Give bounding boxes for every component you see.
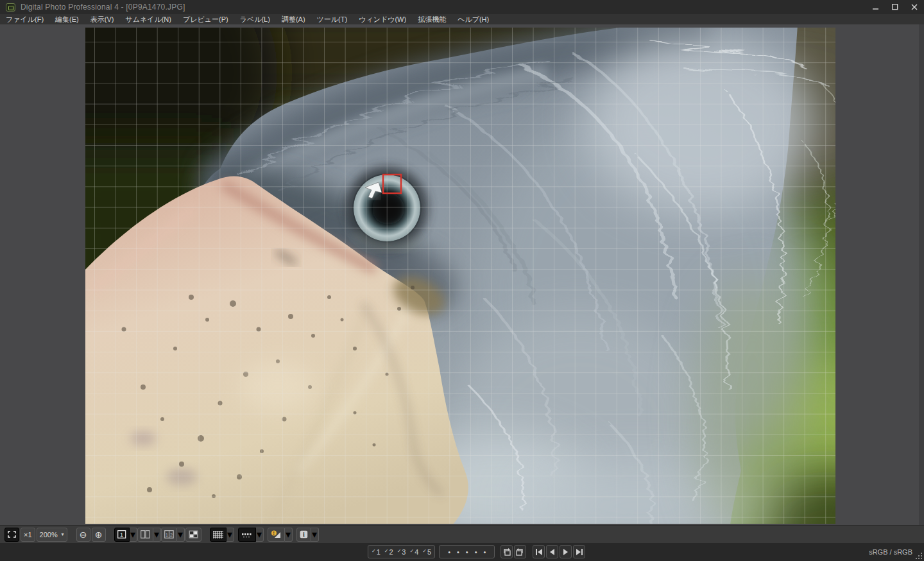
info-icon: i [300,530,308,539]
preview-image[interactable] [85,28,835,524]
svg-text:1: 1 [166,533,168,537]
compare-view-icon [141,530,150,539]
svg-text:i: i [303,531,305,538]
single-view-button[interactable]: 1 [114,528,130,542]
highlight-warning-dropdown[interactable]: ▾ [285,528,293,542]
zoom-in-icon: ⊕ [95,530,103,539]
single-view-dropdown[interactable]: ▾ [130,528,137,542]
menu-view[interactable]: 表示(V) [85,14,120,24]
menu-edit[interactable]: 編集(E) [49,14,85,24]
next-icon [563,549,569,555]
af-points-dropdown[interactable]: ▾ [256,528,264,542]
resize-grip[interactable] [915,552,923,560]
rating-4-button[interactable]: ✓4 [407,548,420,556]
menu-preview[interactable]: プレビュー(P) [177,14,234,24]
rating-dot: • [445,548,454,556]
svg-text:1: 1 [120,531,123,538]
grid-dropdown[interactable]: ▾ [227,528,234,542]
multi-layout-icon [189,530,198,539]
rating-dot: • [454,548,463,556]
rating-buttons: ✓1 ✓2 ✓3 ✓4 ✓5 [368,545,435,558]
menu-adjust[interactable]: 調整(A) [276,14,311,24]
zoom-in-button[interactable]: ⊕ [92,528,106,542]
rotate-right-button[interactable] [514,545,526,558]
last-icon [576,549,583,555]
next-image-button[interactable] [560,545,572,558]
info-button[interactable]: i [296,528,311,542]
grid-icon [213,531,223,539]
zoom-out-button[interactable]: ⊖ [76,528,90,542]
zoom-level-value: 200% [40,531,58,539]
grid-toggle-button[interactable] [210,528,227,542]
minimize-button[interactable] [866,0,886,14]
first-icon [535,549,543,555]
title-bar: Digital Photo Professional 4 - [0P9A1470… [0,0,924,14]
highlight-warning-button[interactable]: ! [268,528,285,542]
svg-text:2: 2 [170,533,173,537]
vertical-scrollbar[interactable] [919,24,924,525]
rating-5-button[interactable]: ✓5 [420,548,433,556]
rating-dot: • [472,548,481,556]
previous-image-button[interactable] [546,545,558,558]
split-view-dropdown[interactable]: ▾ [177,528,185,542]
compare-view-dropdown[interactable]: ▾ [153,528,161,542]
rating-1-button[interactable]: ✓1 [370,548,382,556]
rating-3-button[interactable]: ✓3 [395,548,408,556]
actual-size-button[interactable]: ×1 [21,528,35,542]
menu-thumbnail[interactable]: サムネイル(N) [119,14,177,24]
app-icon [6,3,15,12]
close-button[interactable] [905,0,924,14]
af-points-icon [241,531,253,539]
grid-overlay [85,28,835,524]
fit-to-window-button[interactable] [4,528,19,542]
split-view-button[interactable]: 1 2 [161,528,177,542]
rating-dot: • [481,548,490,556]
status-bar: ✓1 ✓2 ✓3 ✓4 ✓5 • • • • • [0,543,924,561]
window-controls [866,0,924,14]
rating-dot: • [463,548,472,556]
fit-to-window-icon [8,531,16,538]
info-dropdown[interactable]: ▾ [311,528,319,542]
menu-window[interactable]: ウィンドウ(W) [353,14,412,24]
highlight-warning-icon: ! [271,530,282,539]
first-image-button[interactable] [533,545,545,558]
last-image-button[interactable] [573,545,585,558]
maximize-button[interactable] [886,0,905,14]
menu-help[interactable]: ヘルプ(H) [452,14,495,24]
rotate-right-icon [516,548,524,556]
svg-text:!: ! [273,531,274,535]
rotate-left-button[interactable] [501,545,513,558]
menu-bar: ファイル(F) 編集(E) 表示(V) サムネイル(N) プレビュー(P) ラベ… [0,14,924,24]
chevron-down-icon: ▾ [62,531,64,537]
zoom-level-select[interactable]: 200% ▾ [37,528,67,542]
menu-tools[interactable]: ツール(T) [311,14,354,24]
preview-toolbar: ×1 200% ▾ ⊖ ⊕ 1 [0,525,924,543]
color-space-label: sRGB / sRGB [869,543,912,561]
split-view-icon: 1 2 [164,530,174,539]
preview-canvas [0,24,924,525]
compare-view-button[interactable] [137,528,153,542]
multi-layout-button[interactable] [185,528,201,542]
zoom-out-icon: ⊖ [80,530,87,539]
rotate-left-icon [502,548,511,556]
previous-icon [549,549,555,555]
app-window: Digital Photo Professional 4 - [0P9A1470… [0,0,924,561]
rating-2-button[interactable]: ✓2 [382,548,395,556]
menu-extensions[interactable]: 拡張機能 [412,14,452,24]
menu-file[interactable]: ファイル(F) [0,14,49,24]
rating-display: • • • • • [439,545,495,558]
menu-label[interactable]: ラベル(L) [234,14,276,24]
window-title: Digital Photo Professional 4 - [0P9A1470… [21,3,185,12]
single-view-icon: 1 [117,530,126,539]
af-points-toggle-button[interactable] [238,528,256,542]
